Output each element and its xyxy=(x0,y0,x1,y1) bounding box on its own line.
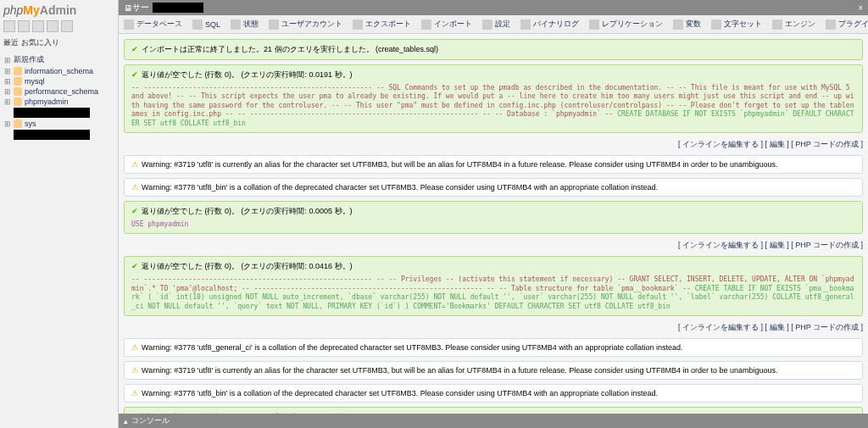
warning-box: ⚠Warning: #3778 'utf8_bin' is a collatio… xyxy=(124,384,863,403)
logo: phpMyAdmin xyxy=(3,3,114,17)
main-tabs: データベース SQL 状態 ユーザアカウント エクスポート インポート 設定 バ… xyxy=(119,15,868,34)
binlog-icon xyxy=(520,19,531,30)
tab-sql[interactable]: SQL xyxy=(187,15,225,33)
tree-db-item[interactable]: ⊞information_schema xyxy=(3,66,114,76)
close-icon[interactable]: × xyxy=(858,3,863,13)
server-label: サー xyxy=(132,2,149,14)
sidebar: phpMyAdmin 最近 お気に入り ⊞新規作成 ⊞information_s… xyxy=(0,0,119,428)
result-box: ✔返り値が空でした (行数 0)。 (クエリの実行時間: 0.0241 秒。) … xyxy=(124,407,863,414)
warning-icon: ⚠ xyxy=(131,389,138,397)
warning-box: ⚠Warning: #3778 'utf8_bin' is a collatio… xyxy=(124,178,863,197)
sql-output: -- -------------------------------------… xyxy=(131,275,855,311)
check-icon: ✔ xyxy=(131,207,138,215)
action-links: [ インラインを編集する ] [ 編集 ] [ PHP コードの作成 ] xyxy=(124,137,863,155)
warning-icon: ⚠ xyxy=(131,343,138,352)
php-code-link[interactable]: PHP コードの作成 xyxy=(795,241,859,249)
tab-users[interactable]: ユーザアカウント xyxy=(264,15,348,33)
export-icon xyxy=(353,19,363,30)
tree-db-item[interactable]: ⊞sys xyxy=(3,119,114,129)
tab-charsets[interactable]: 文字セット xyxy=(706,15,767,33)
console-bar[interactable]: ▴コンソール xyxy=(119,414,868,428)
plus-icon: ⊞ xyxy=(3,56,12,64)
edit-link[interactable]: 編集 xyxy=(770,323,785,331)
warning-icon: ⚠ xyxy=(131,183,138,192)
result-box: ✔返り値が空でした (行数 0)。 (クエリの実行時間: 0.0416 秒。) … xyxy=(124,256,863,316)
tab-engines[interactable]: エンジン xyxy=(767,15,821,33)
engine-icon xyxy=(772,19,782,30)
tab-import[interactable]: インポート xyxy=(416,15,477,33)
users-icon xyxy=(269,19,279,30)
expand-icon: ⊞ xyxy=(3,87,12,96)
database-icon xyxy=(14,120,22,128)
warning-box: ⚠Warning: #3719 'utf8' is currently an a… xyxy=(124,361,863,380)
warning-icon: ⚠ xyxy=(131,366,138,375)
expand-icon: ⊞ xyxy=(3,97,12,106)
warning-box: ⚠Warning: #3778 'utf8_general_ci' is a c… xyxy=(124,338,863,357)
check-icon: ✔ xyxy=(131,45,138,53)
gear-icon xyxy=(482,19,492,30)
redacted-block xyxy=(153,3,203,13)
sql-output: USE phpmyadmin xyxy=(131,220,855,229)
tab-status[interactable]: 状態 xyxy=(225,15,264,33)
action-links: [ インラインを編集する ] [ 編集 ] [ PHP コードの作成 ] xyxy=(124,320,863,338)
tab-plugins[interactable]: プラグイン xyxy=(821,15,868,33)
redacted-block xyxy=(14,108,90,118)
logout-icon[interactable] xyxy=(18,20,30,32)
server-icon: 🖥 xyxy=(124,3,132,13)
edit-link[interactable]: 編集 xyxy=(770,241,785,249)
docs-icon[interactable] xyxy=(32,20,44,32)
settings-icon[interactable] xyxy=(47,20,58,32)
import-success-box: ✔インポートは正常に終了しました。21 個のクエリを実行しました。 (creat… xyxy=(124,39,863,60)
result-box: ✔返り値が空でした (行数 0)。 (クエリの実行時間: 0.0005 秒。) … xyxy=(124,201,863,234)
php-code-link[interactable]: PHP コードの作成 xyxy=(795,140,859,148)
chevron-up-icon: ▴ xyxy=(124,417,128,425)
topbar: 🖥 サー × xyxy=(119,0,868,15)
expand-icon: ⊞ xyxy=(3,120,12,128)
recent-favorites-label[interactable]: 最近 お気に入り xyxy=(3,37,114,48)
check-icon: ✔ xyxy=(131,262,138,270)
warning-icon: ⚠ xyxy=(131,160,138,169)
result-box: ✔返り値が空でした (行数 0)。 (クエリの実行時間: 0.0191 秒。) … xyxy=(124,64,863,133)
expand-icon: ⊞ xyxy=(3,67,12,75)
variables-icon xyxy=(673,19,683,30)
tab-databases[interactable]: データベース xyxy=(119,15,187,33)
redacted-block xyxy=(14,130,90,140)
tab-export[interactable]: エクスポート xyxy=(348,15,416,33)
sidebar-toolbar xyxy=(3,20,114,32)
charset-icon xyxy=(711,19,721,30)
inline-edit-link[interactable]: インラインを編集する xyxy=(682,241,759,249)
main-panel: 🖥 サー × データベース SQL 状態 ユーザアカウント エクスポート インポ… xyxy=(119,0,868,428)
import-icon xyxy=(421,19,431,30)
tree-new[interactable]: ⊞新規作成 xyxy=(3,53,114,66)
sql-icon xyxy=(192,19,203,30)
edit-link[interactable]: 編集 xyxy=(770,140,785,148)
expand-icon: ⊞ xyxy=(3,77,12,86)
php-code-link[interactable]: PHP コードの作成 xyxy=(795,323,859,331)
tab-variables[interactable]: 変数 xyxy=(668,15,706,33)
database-icon xyxy=(14,97,22,106)
inline-edit-link[interactable]: インラインを編集する xyxy=(682,323,759,331)
reload-icon[interactable] xyxy=(61,20,73,32)
tab-settings[interactable]: 設定 xyxy=(477,15,515,33)
replication-icon xyxy=(589,19,599,30)
action-links: [ インラインを編集する ] [ 編集 ] [ PHP コードの作成 ] xyxy=(124,238,863,256)
database-icon xyxy=(14,67,22,75)
tree-db-item[interactable]: ⊞performance_schema xyxy=(3,86,114,97)
db-tree: ⊞新規作成 ⊞information_schema ⊞mysql ⊞perfor… xyxy=(3,53,114,140)
tree-db-item[interactable]: ⊞mysql xyxy=(3,76,114,86)
database-icon xyxy=(14,77,22,86)
warning-box: ⚠Warning: #3719 'utf8' is currently an a… xyxy=(124,155,863,174)
content-area: ✔インポートは正常に終了しました。21 個のクエリを実行しました。 (creat… xyxy=(119,34,868,414)
check-icon: ✔ xyxy=(131,70,138,79)
sql-output: -- -------------------------------------… xyxy=(131,84,855,128)
status-icon xyxy=(231,19,241,30)
inline-edit-link[interactable]: インラインを編集する xyxy=(682,140,759,148)
tab-replication[interactable]: レプリケーション xyxy=(584,15,668,33)
tab-binarylog[interactable]: バイナリログ xyxy=(515,15,584,33)
database-icon xyxy=(14,87,22,96)
tree-db-item[interactable]: ⊞phpmyadmin xyxy=(3,97,114,107)
home-icon[interactable] xyxy=(3,20,15,32)
database-icon xyxy=(124,19,134,30)
plugin-icon xyxy=(826,19,836,30)
